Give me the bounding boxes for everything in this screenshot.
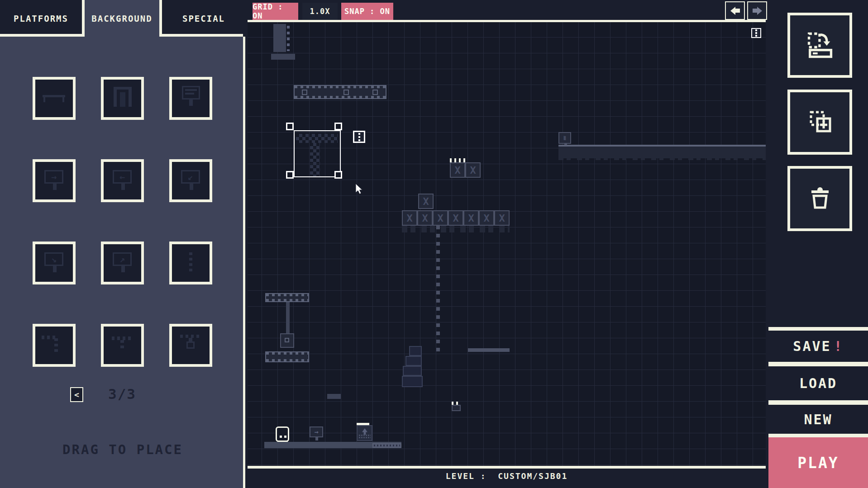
canvas-toolbar: GRID : ON 1.0X SNAP : ON <box>248 0 766 20</box>
selection-rectangle[interactable] <box>294 130 341 177</box>
undo-button[interactable] <box>725 1 745 20</box>
hanging-grabber-icon <box>172 327 210 364</box>
canvas-menu-kebab-icon[interactable] <box>751 28 761 38</box>
trash-icon <box>806 184 835 213</box>
redo-arrow-icon <box>753 7 762 15</box>
palette-tile-sign-arrow-down-right[interactable]: ↘ <box>33 242 76 284</box>
canvas-sign-arrow-right[interactable]: → <box>310 426 323 437</box>
palette-sidebar: PLATFORMS BACKGROUND SPECIAL → ← <box>0 0 245 488</box>
panel-separator <box>768 362 868 366</box>
selection-handle-nw[interactable] <box>286 123 294 130</box>
palette-tile-pipe-corner[interactable] <box>33 324 76 367</box>
undo-arrow-icon <box>730 7 740 15</box>
canvas-x-crate[interactable]: X <box>418 194 434 209</box>
canvas-machine-box[interactable] <box>280 333 294 348</box>
rotate-object-button[interactable] <box>787 13 852 78</box>
palette-tile-sign-arrow-left[interactable]: ← <box>101 159 144 202</box>
tab-platforms[interactable]: PLATFORMS <box>0 0 82 37</box>
canvas-step-block[interactable] <box>409 346 422 356</box>
snap-toggle-button[interactable]: SNAP : ON <box>341 3 393 20</box>
palette-page-indicator: 3/3 <box>95 386 149 402</box>
level-name-label: LEVEL : CUSTOM/SJB01 <box>446 471 568 481</box>
delete-object-button[interactable] <box>787 166 852 231</box>
canvas-chimney-rivets <box>287 26 290 51</box>
sign-arrow-right-icon: → <box>35 162 73 199</box>
palette-tile-billboard-sign[interactable] <box>169 77 212 120</box>
canvas-small-crate[interactable] <box>452 405 461 411</box>
palette-tile-sign-arrow-up-right[interactable]: ↗ <box>101 242 144 284</box>
canvas-terrain-strip[interactable] <box>558 145 766 158</box>
selection-handle-sw[interactable] <box>286 171 294 179</box>
panel-separator <box>768 434 868 437</box>
actions-sidebar: SAVE ! LOAD NEW PLAY <box>768 0 868 488</box>
load-button[interactable]: LOAD <box>768 366 868 400</box>
sign-arrow-down-right-icon: ↘ <box>35 244 73 282</box>
doorway-icon <box>104 80 141 117</box>
tab-special[interactable]: SPECIAL <box>162 0 245 37</box>
sign-arrow-up-right-icon: ↗ <box>104 244 141 282</box>
canvas-poster-crate[interactable] <box>357 425 372 441</box>
canvas-machine-top-beam[interactable] <box>265 293 309 302</box>
tab-bar: PLATFORMS BACKGROUND SPECIAL <box>0 0 243 37</box>
selection-handle-se[interactable] <box>334 171 342 179</box>
palette-tile-beam-platform[interactable] <box>33 77 76 120</box>
rotate-drop-icon <box>805 31 835 60</box>
canvas-pin-studs[interactable] <box>452 402 460 405</box>
grid-toggle-button[interactable]: GRID : ON <box>253 3 298 20</box>
beam-platform-icon <box>35 80 73 117</box>
canvas-step-block[interactable] <box>402 376 423 387</box>
player-spawn-character[interactable] <box>276 426 289 442</box>
canvas-step-block[interactable] <box>403 366 422 376</box>
sign-arrow-down-left-icon: ↙ <box>172 162 210 199</box>
canvas-machine-bottom-beam[interactable] <box>265 351 309 362</box>
canvas-x-crate[interactable]: X <box>465 162 481 178</box>
selection-options-kebab-icon[interactable] <box>353 131 365 143</box>
panel-separator <box>768 400 868 405</box>
palette-tile-hanging-grabber[interactable] <box>169 324 212 367</box>
canvas-billboard-sign[interactable]: ▒ <box>558 132 571 144</box>
canvas-mini-slab[interactable] <box>327 394 341 399</box>
unsaved-changes-badge: ! <box>834 338 844 354</box>
pipe-tee-icon <box>104 327 141 364</box>
palette-tile-sign-arrow-right[interactable]: → <box>33 159 76 202</box>
palette-tile-vertical-chain[interactable] <box>169 242 212 284</box>
duplicate-object-button[interactable] <box>787 90 852 155</box>
redo-button[interactable] <box>747 1 767 20</box>
canvas-step-block[interactable] <box>405 356 422 366</box>
new-button[interactable]: NEW <box>768 405 868 434</box>
duplicate-icon <box>806 108 835 137</box>
canvas-pin-studs[interactable] <box>450 158 467 162</box>
canvas-vertical-chain[interactable] <box>436 226 440 354</box>
play-button[interactable]: PLAY <box>768 437 868 488</box>
save-label: SAVE <box>793 338 831 354</box>
zoom-level-button[interactable]: 1.0X <box>302 3 338 20</box>
mouse-cursor <box>354 183 364 195</box>
billboard-sign-icon <box>172 80 210 117</box>
tab-background[interactable]: BACKGROUND <box>82 0 162 37</box>
palette-prev-page-button[interactable]: < <box>70 387 83 402</box>
save-button[interactable]: SAVE ! <box>768 331 868 362</box>
canvas-ground-dash-panel[interactable] <box>372 443 401 448</box>
canvas-crate-row-dirt <box>402 226 510 232</box>
palette-tile-sign-arrow-down-left[interactable]: ↙ <box>169 159 212 202</box>
selection-handle-ne[interactable] <box>334 123 342 130</box>
sign-arrow-left-icon: ← <box>104 162 141 199</box>
canvas-x-crate-row[interactable]: XXXX XXX <box>402 210 510 226</box>
level-canvas[interactable]: X X X XXXX XXX ▒ <box>248 20 766 469</box>
palette-tile-pipe-tee[interactable] <box>101 324 144 367</box>
canvas-chimney-base[interactable] <box>271 54 295 60</box>
status-bar: LEVEL : CUSTOM/SJB01 <box>248 469 766 488</box>
canvas-machine-pole[interactable] <box>286 302 290 333</box>
drag-to-place-hint: DRAG TO PLACE <box>0 442 245 457</box>
vertical-chain-icon <box>172 244 210 282</box>
canvas-x-crate[interactable]: X <box>450 162 465 178</box>
panel-separator <box>768 327 868 331</box>
canvas-thin-platform[interactable] <box>468 348 510 352</box>
editor-center: GRID : ON 1.0X SNAP : ON <box>248 0 766 488</box>
canvas-beam-platform[interactable] <box>294 85 386 99</box>
pipe-corner-icon <box>35 327 73 364</box>
canvas-chimney[interactable] <box>273 24 286 52</box>
palette-tile-doorway[interactable] <box>101 77 144 120</box>
